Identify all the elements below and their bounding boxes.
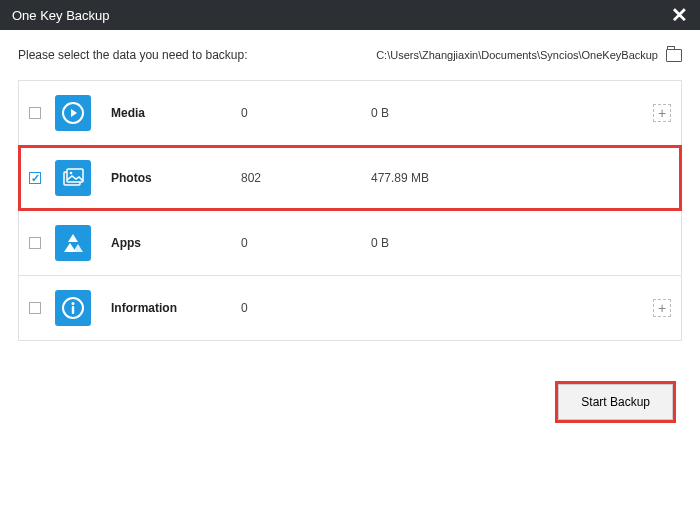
svg-marker-7 — [73, 244, 83, 252]
window-title: One Key Backup — [12, 8, 110, 23]
close-icon[interactable]: ✕ — [671, 5, 688, 25]
list-item-information: Information 0 + — [19, 276, 681, 340]
label-photos: Photos — [111, 171, 241, 185]
backup-path: C:\Users\Zhangjiaxin\Documents\Syncios\O… — [376, 49, 658, 61]
list-item-photos: ✓ Photos 802 477.89 MB — [19, 146, 681, 211]
expand-icon[interactable]: + — [653, 299, 671, 317]
checkbox-information[interactable] — [29, 302, 41, 314]
count-photos: 802 — [241, 171, 371, 185]
checkbox-apps[interactable] — [29, 237, 41, 249]
list-item-media: Media 0 0 B + — [19, 81, 681, 146]
svg-rect-3 — [67, 169, 83, 182]
svg-marker-5 — [68, 234, 78, 242]
size-apps: 0 B — [371, 236, 671, 250]
media-icon — [55, 95, 91, 131]
checkbox-media[interactable] — [29, 107, 41, 119]
svg-marker-1 — [71, 109, 77, 117]
size-media: 0 B — [371, 106, 653, 120]
start-backup-button[interactable]: Start Backup — [558, 384, 673, 420]
size-photos: 477.89 MB — [371, 171, 671, 185]
start-backup-highlight: Start Backup — [555, 381, 676, 423]
apps-icon — [55, 225, 91, 261]
label-information: Information — [111, 301, 241, 315]
photos-icon — [55, 160, 91, 196]
folder-icon[interactable] — [666, 49, 682, 62]
window-titlebar: One Key Backup ✕ — [0, 0, 700, 30]
count-media: 0 — [241, 106, 371, 120]
backup-category-list: Media 0 0 B + ✓ Photos 802 477.89 MB App… — [18, 80, 682, 341]
info-icon — [55, 290, 91, 326]
checkbox-photos[interactable]: ✓ — [29, 172, 41, 184]
label-apps: Apps — [111, 236, 241, 250]
list-item-apps: Apps 0 0 B — [19, 211, 681, 276]
svg-point-4 — [70, 172, 73, 175]
label-media: Media — [111, 106, 241, 120]
svg-point-9 — [72, 302, 75, 305]
expand-icon[interactable]: + — [653, 104, 671, 122]
count-apps: 0 — [241, 236, 371, 250]
instruction-text: Please select the data you need to backu… — [18, 48, 248, 62]
svg-rect-10 — [72, 306, 74, 314]
count-information: 0 — [241, 301, 371, 315]
